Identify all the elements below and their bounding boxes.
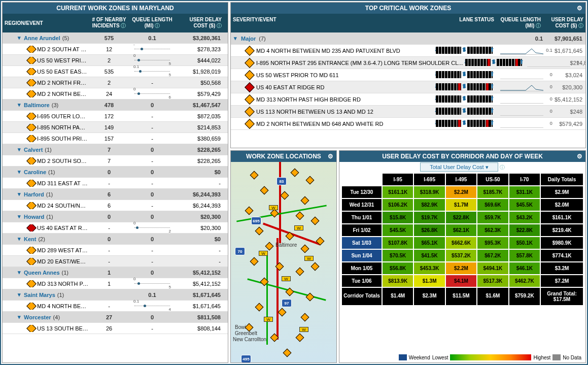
work-zone-row[interactable]: MD 313 NORTH PA...105$5,412,152: [3, 278, 228, 289]
info-icon[interactable]: ⓘ: [121, 23, 126, 28]
heat-cell[interactable]: $70.5K: [382, 249, 413, 262]
traffic-marker-icon[interactable]: W: [269, 205, 278, 210]
work-zone-map-icon[interactable]: [296, 334, 304, 342]
gear-icon[interactable]: ⚙: [328, 153, 333, 160]
heat-row-header[interactable]: Tue 12/30: [341, 186, 382, 198]
work-zone-map-icon[interactable]: [296, 212, 304, 220]
info-icon[interactable]: ⓘ: [155, 23, 160, 28]
heat-cell[interactable]: $19.7K: [413, 211, 445, 224]
work-zone-row[interactable]: MD 289 WEST AT Q...---: [3, 245, 228, 256]
work-zone-row[interactable]: MD 20 EAST/WEST ...---: [3, 256, 228, 267]
heat-cell[interactable]: $517.3K: [477, 275, 508, 287]
gear-icon[interactable]: ⚙: [577, 5, 582, 12]
heat-cell[interactable]: $41.5K: [413, 249, 445, 262]
info-icon[interactable]: ⓘ: [500, 164, 505, 170]
work-zone-row[interactable]: MD 2 SOUTH AT M...12-$278,323: [3, 44, 228, 55]
heat-cell[interactable]: $662.6K: [445, 237, 477, 249]
heat-cell[interactable]: $161.1K: [382, 186, 413, 198]
heat-cell[interactable]: $15.8K: [382, 211, 413, 224]
work-zone-row[interactable]: MD 4 NORTH BETW...-0.14$1,671,645: [3, 301, 228, 312]
region-group-row[interactable]: ▾Worcester (4)270$811,508: [3, 312, 228, 323]
header-queue[interactable]: QUEUE LENGTH (MI) ⓘ: [496, 14, 543, 32]
left-table-body[interactable]: ▾Anne Arundel (5)5750.1$3,280,361MD 2 SO…: [3, 32, 228, 362]
work-zone-map-icon[interactable]: [283, 349, 292, 357]
heat-row-header[interactable]: Sun 1/04: [341, 249, 382, 262]
info-icon[interactable]: ⓘ: [217, 23, 222, 28]
heat-row-header[interactable]: Mon 1/05: [341, 262, 382, 275]
work-zone-map-icon[interactable]: [291, 169, 299, 177]
work-zone-row[interactable]: I-895 NORTH PAST ...149-$214,853: [3, 122, 228, 133]
heat-cell[interactable]: $22.8K: [445, 211, 477, 224]
map-canvas[interactable]: Baltimore Bowie Greenbelt New Carrollton…: [231, 162, 336, 362]
severity-group-row[interactable]: ▾Major (7)0.1$7,901,651: [231, 32, 585, 45]
critical-zone-row[interactable]: I-895 NORTH PAST 295 ENTRANCE (MM 3.6-4.…: [231, 57, 585, 69]
heat-cell[interactable]: $185.7K: [477, 186, 508, 198]
work-zone-map-icon[interactable]: [250, 257, 259, 266]
region-group-row[interactable]: ▾Caroline (1)00$0: [3, 167, 228, 178]
header-queue[interactable]: QUEUE LENGTH (MI) ⓘ: [129, 14, 175, 32]
heat-col-header[interactable]: I-695: [413, 173, 445, 186]
work-zone-row[interactable]: MD 311 EAST AT M...---: [3, 178, 228, 189]
heat-col-header[interactable]: I-70: [509, 173, 540, 186]
heat-cell[interactable]: $26.8K: [413, 224, 445, 237]
heat-metric-select[interactable]: Total User Delay Cost ▾: [420, 162, 498, 172]
heat-cell[interactable]: $50.1K: [509, 237, 540, 249]
region-group-row[interactable]: ▾Baltimore (3)4780$1,467,547: [3, 99, 228, 111]
heat-cell[interactable]: $1.7M: [445, 198, 477, 211]
traffic-marker-icon[interactable]: W: [264, 317, 273, 322]
work-zone-map-icon[interactable]: [301, 313, 309, 322]
heat-row-header[interactable]: Fri 1/02: [341, 224, 382, 237]
work-zone-map-icon[interactable]: [245, 207, 254, 215]
heat-cell[interactable]: $31.1K: [509, 186, 540, 198]
heat-cell[interactable]: $46.1K: [509, 262, 540, 275]
region-group-row[interactable]: ▾Harford (1)60$6,244,393: [3, 189, 228, 200]
work-zone-row[interactable]: US 13 SOUTH BET...26-$808,144: [3, 323, 228, 334]
heat-cell[interactable]: $43.2K: [509, 211, 540, 224]
region-group-row[interactable]: ▾Anne Arundel (5)5750.1$3,280,361: [3, 32, 228, 44]
info-icon[interactable]: ⓘ: [578, 23, 583, 28]
header-incidents[interactable]: # OF NEARBY INCIDENTS ⓘ: [89, 14, 129, 32]
heat-col-header[interactable]: I-495: [445, 173, 477, 186]
heat-cell[interactable]: $22.8K: [509, 224, 540, 237]
heat-cell[interactable]: $2.2M: [445, 186, 477, 198]
traffic-marker-icon[interactable]: W: [299, 327, 308, 332]
work-zone-map-icon[interactable]: [296, 268, 304, 276]
heat-cell[interactable]: $65.1K: [413, 237, 445, 249]
critical-zone-row[interactable]: MD 4 NORTH BETWEEN MD 235 AND PATUXENT B…: [231, 45, 585, 57]
region-group-row[interactable]: ▾Howard (1)00$20,300: [3, 211, 228, 222]
heat-col-header[interactable]: I-95: [382, 173, 413, 186]
heat-cell[interactable]: $45.5K: [509, 198, 540, 211]
work-zone-map-icon[interactable]: [265, 242, 274, 251]
critical-zone-row[interactable]: US 40 EAST AT RIDGE RD⬇⬇⬆⬆0$20,300: [231, 81, 585, 93]
work-zone-map-icon[interactable]: [255, 227, 264, 236]
work-zone-row[interactable]: MD 2 SOUTH SOUT...7-$228,265: [3, 155, 228, 167]
heat-cell[interactable]: $453.3K: [413, 262, 445, 275]
work-zone-map-icon[interactable]: [301, 245, 309, 253]
work-zone-row[interactable]: US 50 EAST EAST O...5350.15$1,928,019: [3, 66, 228, 77]
traffic-marker-icon[interactable]: W: [259, 251, 268, 256]
region-group-row[interactable]: ▾Kent (2)00$0: [3, 234, 228, 245]
header-cost[interactable]: USER DELAY COST ($) ⓘ: [543, 14, 585, 32]
region-group-row[interactable]: ▾Saint Marys (1)0.1$1,671,645: [3, 289, 228, 301]
header-lane[interactable]: LANE STATUS: [433, 14, 496, 32]
header-cost[interactable]: USER DELAY COST ($) ⓘ: [175, 14, 224, 32]
heat-cell[interactable]: $462.7K: [509, 275, 540, 287]
traffic-marker-icon[interactable]: W: [304, 256, 314, 261]
heat-row-header[interactable]: Wed 12/31: [341, 198, 382, 211]
heat-cell[interactable]: $62.3K: [477, 224, 508, 237]
heat-cell[interactable]: $45.5K: [382, 224, 413, 237]
heat-cell[interactable]: $4.1M: [445, 275, 477, 287]
region-group-row[interactable]: ▾Queen Annes (1)10$5,412,152: [3, 267, 228, 278]
heat-cell[interactable]: $59.7K: [477, 211, 508, 224]
work-zone-map-icon[interactable]: [306, 176, 315, 185]
heat-cell[interactable]: $67.2K: [477, 249, 508, 262]
work-zone-row[interactable]: MD 2 NORTH FRO...2-$50,568: [3, 77, 228, 88]
heat-cell[interactable]: $62.1K: [445, 224, 477, 237]
heat-cell[interactable]: $57.8K: [509, 249, 540, 262]
critical-zone-row[interactable]: MD 2 NORTH BETWEEN MD 648 AND WHITE RD⬇⬇…: [231, 118, 585, 130]
header-region[interactable]: REGION/EVENT: [3, 14, 89, 32]
work-zone-map-icon[interactable]: [270, 209, 279, 218]
heat-cell[interactable]: $1.3M: [413, 275, 445, 287]
heat-cell[interactable]: $56.8K: [382, 262, 413, 275]
work-zone-map-icon[interactable]: [260, 186, 269, 195]
